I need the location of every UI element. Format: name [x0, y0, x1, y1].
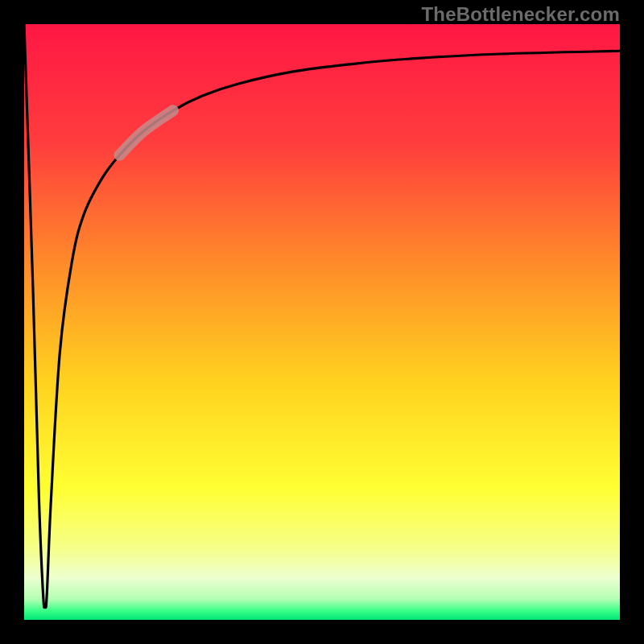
plot-area [24, 24, 620, 620]
bottleneck-chart [24, 24, 620, 620]
chart-frame: TheBottlenecker.com [0, 0, 644, 644]
watermark-text: TheBottlenecker.com [421, 3, 620, 26]
gradient-background [24, 24, 620, 620]
